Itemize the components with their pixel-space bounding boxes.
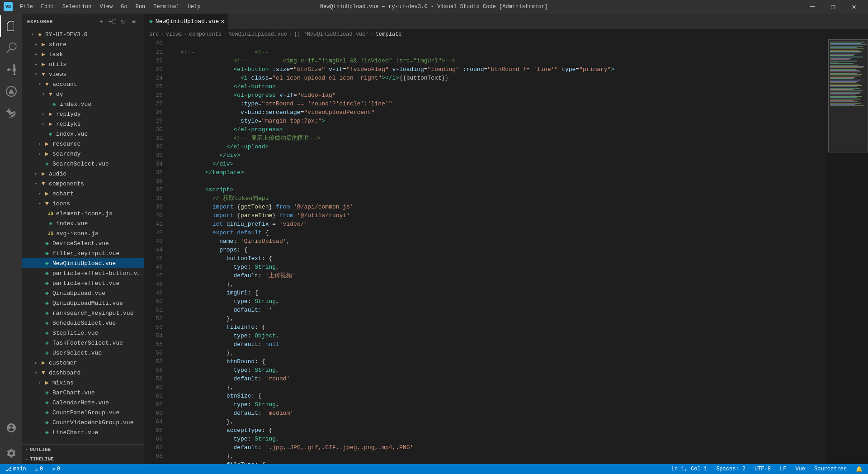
tree-item-svg-icons[interactable]: JS svg-icons.js [22, 228, 144, 238]
tree-item-userselect[interactable]: ◈ UserSelect.vue [22, 348, 144, 358]
tree-item-taskfooterselect[interactable]: ◈ TaskFooterSelect.vue [22, 338, 144, 348]
folder-customer-icon: ▶ [40, 359, 47, 366]
tree-item-resource[interactable]: ▸ ▶ resource [22, 139, 144, 149]
tree-item-barchart[interactable]: ◈ BarChart.vue [22, 388, 144, 398]
tree-item-deviceselect[interactable]: ◈ DeviceSelect.vue [22, 238, 144, 248]
tree-item-utils[interactable]: ▸ ▶ utils [22, 59, 144, 69]
tree-item-element-icons[interactable]: JS element-icons.js [22, 209, 144, 218]
sidebar-actions: + +□ ↻ ≡ [97, 17, 138, 26]
collapse-button[interactable]: ≡ [129, 17, 138, 26]
language-indicator[interactable]: Vue [793, 466, 807, 472]
refresh-button[interactable]: ↻ [118, 17, 127, 26]
bc-template[interactable]: template [376, 31, 402, 38]
tree-item-replydy[interactable]: ▸ ▶ replydy [22, 109, 144, 119]
menu-run[interactable]: Run [132, 2, 149, 12]
timeline-section[interactable]: ▸ TIMELINE [22, 454, 144, 464]
activity-run-debug[interactable] [0, 81, 22, 102]
menu-terminal[interactable]: Terminal [150, 2, 183, 12]
tree-item-icons-index[interactable]: ◈ index.vue [22, 218, 144, 228]
code-content[interactable]: <!-- <!-- <!-- <img v-if="!imgUrl && !is… [166, 39, 827, 464]
tree-item-customer[interactable]: ▸ ▶ customer [22, 358, 144, 368]
tree-item-account-index[interactable]: ◈ index.vue [22, 129, 144, 139]
tree-item-filter-keyinput[interactable]: ◈ filter_keyinput.vue [22, 248, 144, 258]
tree-item-dy-index[interactable]: ◈ index.vue [22, 99, 144, 109]
tree-item-store[interactable]: ▸ ▶ store [22, 39, 144, 49]
restore-button[interactable]: ❐ [823, 0, 844, 14]
tree-item-qiniuupload[interactable]: ◈ QiniuUpload.vue [22, 288, 144, 298]
tree-item-task[interactable]: ▸ ▶ task [22, 49, 144, 59]
tree-item-countvideoworkgroup[interactable]: ◈ CountVideoWorkGroup.vue [22, 417, 144, 427]
outline-section[interactable]: ▸ OUTLINE [22, 444, 144, 454]
encoding-indicator[interactable]: UTF-8 [753, 466, 773, 472]
activity-settings[interactable] [0, 442, 22, 464]
tree-item-scheduleselect[interactable]: ◈ ScheduleSelect.vue [22, 318, 144, 328]
new-file-button[interactable]: + [97, 17, 106, 26]
sidebar-header: EXPLORER + +□ ↻ ≡ [22, 14, 144, 29]
close-button[interactable]: ✕ [844, 0, 864, 14]
project-root[interactable]: ▾ ◈ RY-UI-DEV3.0 [22, 29, 144, 39]
tree-item-steptitle[interactable]: ◈ StepTitle.vue [22, 328, 144, 338]
tab-label: NewQiniuUpload.vue [156, 18, 219, 25]
js-element-icons-icon: JS [47, 211, 54, 216]
activity-source-control[interactable] [0, 59, 22, 81]
tree-item-replyks[interactable]: ▸ ▶ replyks [22, 119, 144, 129]
statusbar: ⎇ main ⚠ 0 ✕ 0 Ln 1, Col 1 Spaces: 2 UTF… [0, 464, 868, 474]
tree-item-dy[interactable]: ▾ ▼ dy [22, 89, 144, 99]
tab-newqiniuupload[interactable]: ◈ NewQiniuUpload.vue ✕ [144, 14, 228, 29]
minimize-button[interactable]: ─ [802, 0, 823, 14]
tree-item-views[interactable]: ▾ ▼ views [22, 69, 144, 79]
activity-explorer[interactable] [0, 15, 22, 37]
vue-file-icon: ◈ [51, 100, 58, 108]
activity-account[interactable] [0, 417, 22, 439]
tab-vue-icon: ◈ [149, 18, 153, 25]
bc-src[interactable]: src [149, 31, 159, 38]
menu-view[interactable]: View [96, 2, 116, 12]
tree-item-calendarnote[interactable]: ◈ CalendarNote.vue [22, 398, 144, 408]
menu-file[interactable]: File [16, 2, 37, 12]
tree-item-newqiniuupload[interactable]: ◈ NewQiniuUpload.vue [22, 258, 144, 268]
statusbar-right: Ln 1, Col 1 Spaces: 2 UTF-8 LF Vue Sourc… [670, 466, 864, 473]
js-svg-icons-icon: JS [47, 231, 54, 236]
menu-edit[interactable]: Edit [38, 2, 58, 12]
tree-item-mixins[interactable]: ▸ ▶ mixins [22, 378, 144, 388]
error-icon: ✕ [52, 466, 55, 473]
bc-file[interactable]: NewQiniuUpload.vue [228, 31, 287, 38]
tree-item-searchdy[interactable]: ▸ ▶ searchdy [22, 149, 144, 159]
spaces-indicator[interactable]: Spaces: 2 [714, 466, 747, 472]
tree-item-qiniuuploadmulti[interactable]: ◈ QiniuUploadMulti.vue [22, 298, 144, 308]
tab-close-button[interactable]: ✕ [219, 18, 226, 25]
vue-account-index-icon: ◈ [47, 130, 54, 137]
tree-item-searchselect[interactable]: ◈ SearchSelect.vue [22, 159, 144, 169]
tree-item-audio[interactable]: ▸ ▶ audio [22, 169, 144, 179]
branch-indicator[interactable]: ⎇ main [4, 466, 28, 473]
vue-userselect-icon: ◈ [43, 349, 51, 356]
sourcetree-indicator[interactable]: Sourcetree [812, 466, 849, 472]
cursor-position[interactable]: Ln 1, Col 1 [670, 466, 709, 472]
activity-search[interactable] [0, 37, 22, 59]
new-folder-button[interactable]: +□ [108, 17, 117, 26]
folder-mixins-icon: ▶ [43, 379, 51, 386]
menu-help[interactable]: Help [184, 2, 204, 12]
tree-item-components[interactable]: ▾ ▼ components [22, 179, 144, 189]
notifications-indicator[interactable]: 🔔 [854, 466, 864, 473]
window-title: NewQiniuUpload.vue — ry-ui-dev3.0 - Visu… [320, 4, 548, 10]
eol-indicator[interactable]: LF [778, 466, 788, 472]
tree-item-icons[interactable]: ▾ ▼ icons [22, 199, 144, 209]
error-indicator[interactable]: ✕ 0 [50, 466, 61, 473]
bc-components[interactable]: components [189, 31, 222, 38]
menu-go[interactable]: Go [117, 2, 131, 12]
activity-extensions[interactable] [0, 102, 22, 124]
tree-item-account[interactable]: ▾ ▼ account [22, 79, 144, 89]
tree-item-ranksearch[interactable]: ◈ ranksearch_keyinput.vue [22, 308, 144, 318]
warning-indicator[interactable]: ⚠ 0 [33, 466, 45, 473]
bc-views[interactable]: views [166, 31, 182, 38]
menu-selection[interactable]: Selection [59, 2, 95, 12]
bc-symbol[interactable]: {} 'NewQiniuUpload.vue' [294, 31, 369, 38]
tree-item-dashboard[interactable]: ▾ ▼ dashboard [22, 368, 144, 378]
tree-item-particle-button[interactable]: ◈ particle-effect-button.vue [22, 268, 144, 278]
tree-item-countpanelgroup[interactable]: ◈ CountPanelGroup.vue [22, 408, 144, 417]
tree-item-linechart[interactable]: ◈ LineChart.vue [22, 427, 144, 437]
window-controls: ─ ❐ ✕ [802, 0, 864, 14]
tree-item-echart[interactable]: ▸ ▶ echart [22, 189, 144, 199]
tree-item-particle-effect[interactable]: ◈ particle-effect.vue [22, 278, 144, 288]
